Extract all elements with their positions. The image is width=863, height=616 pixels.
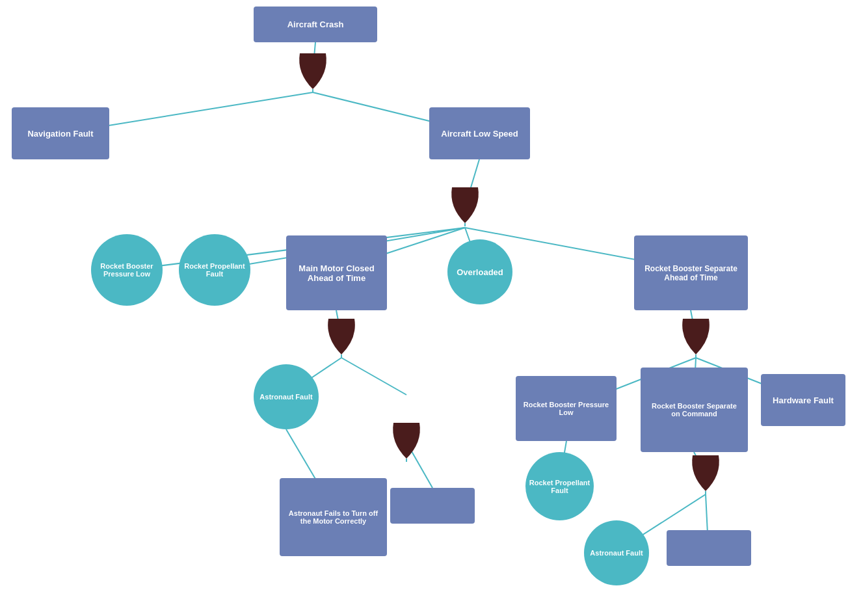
rocket-propellant-fault-1-node: Rocket Propellant Fault — [179, 234, 250, 306]
gate1 — [297, 53, 329, 92]
gate2 — [449, 187, 481, 226]
astronaut-fault-1-node: Astronaut Fault — [254, 364, 319, 429]
hardware-fault-node: Hardware Fault — [761, 374, 845, 426]
main-motor-closed-node: Main Motor Closed Ahead of Time — [286, 235, 387, 310]
gate6 — [689, 455, 722, 494]
overloaded-node: Overloaded — [447, 239, 512, 304]
navigation-fault-node: Navigation Fault — [12, 107, 109, 159]
svg-line-11 — [341, 358, 406, 395]
rocket-booster-pressure-low-1-node: Rocket Booster Pressure Low — [91, 234, 163, 306]
aircraft-low-speed-node: Aircraft Low Speed — [429, 107, 530, 159]
gate3 — [325, 319, 358, 358]
unknown-rect-1-node — [390, 488, 475, 524]
unknown-rect-2-node — [667, 530, 751, 566]
rocket-booster-pressure-low-2-node: Rocket Booster Pressure Low — [516, 376, 617, 441]
fault-tree-diagram: Aircraft Crash Navigation Fault Aircraft… — [0, 0, 863, 616]
astronaut-fails-node: Astronaut Fails to Turn off the Motor Co… — [280, 478, 387, 556]
rocket-booster-separate-cmd-node: Rocket Booster Separate on Command — [641, 368, 748, 452]
gate5 — [680, 319, 712, 358]
rocket-booster-separate-ahead-node: Rocket Booster Separate Ahead of Time — [634, 235, 748, 310]
rocket-propellant-fault-2-node: Rocket Propellant Fault — [525, 452, 594, 520]
astronaut-fault-2-node: Astronaut Fault — [584, 520, 649, 585]
aircraft-crash-node: Aircraft Crash — [254, 7, 377, 42]
gate4 — [390, 423, 423, 462]
